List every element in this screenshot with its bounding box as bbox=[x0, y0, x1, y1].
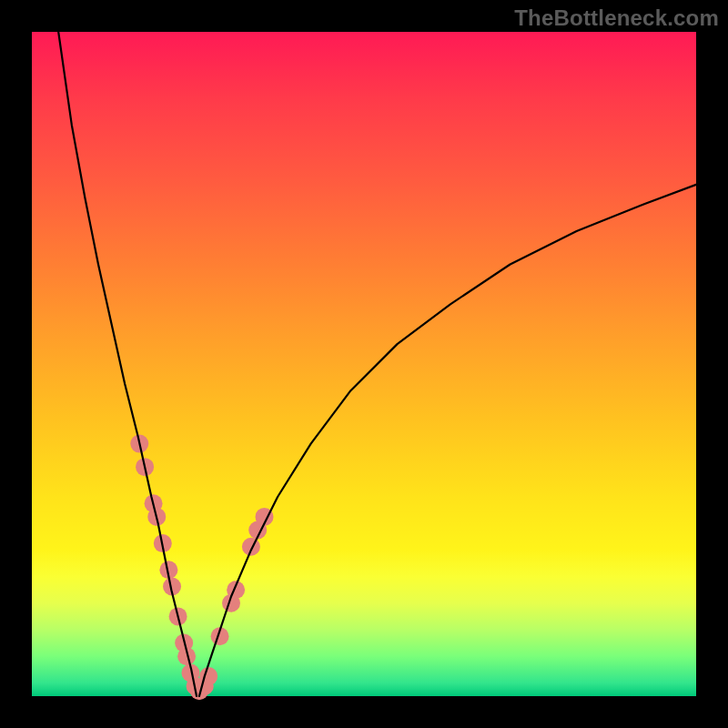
curve-left-branch bbox=[58, 32, 197, 696]
curve-lines bbox=[58, 32, 696, 696]
watermark-text: TheBottleneck.com bbox=[514, 5, 719, 31]
curve-right-branch bbox=[199, 185, 696, 696]
data-markers bbox=[130, 435, 273, 701]
chart-svg bbox=[32, 32, 696, 696]
chart-frame: TheBottleneck.com bbox=[0, 0, 728, 728]
plot-area bbox=[32, 32, 696, 696]
data-point bbox=[242, 538, 260, 556]
